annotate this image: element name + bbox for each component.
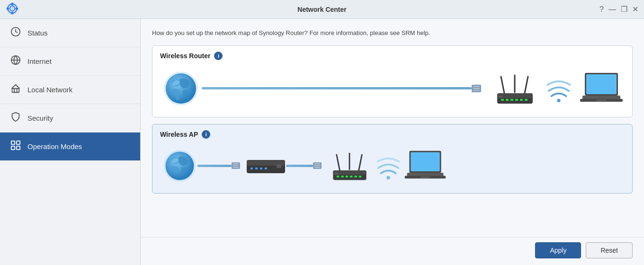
shield-icon bbox=[9, 112, 22, 124]
svg-point-6 bbox=[7, 7, 9, 9]
laptop-device-ap bbox=[404, 149, 446, 183]
svg-rect-54 bbox=[333, 170, 366, 174]
svg-point-41 bbox=[166, 151, 194, 180]
svg-rect-39 bbox=[597, 100, 606, 101]
svg-rect-49 bbox=[277, 165, 281, 168]
home-icon bbox=[9, 83, 22, 96]
router-device bbox=[492, 70, 537, 107]
laptop-device bbox=[580, 71, 623, 106]
svg-rect-15 bbox=[17, 141, 20, 144]
wireless-ap-diagram bbox=[152, 143, 632, 193]
sidebar-item-internet[interactable]: Internet bbox=[0, 47, 140, 76]
svg-rect-30 bbox=[515, 99, 518, 101]
wireless-router-header: Wireless Router i bbox=[152, 46, 632, 65]
svg-line-50 bbox=[337, 155, 340, 170]
svg-line-52 bbox=[359, 155, 362, 170]
sidebar-label-internet: Internet bbox=[27, 57, 52, 65]
sidebar-label-local-network: Local Network bbox=[27, 86, 72, 94]
svg-point-5 bbox=[11, 12, 13, 14]
clock-icon bbox=[9, 26, 22, 39]
apply-button[interactable]: Apply bbox=[535, 242, 581, 258]
svg-rect-59 bbox=[354, 176, 357, 177]
internet-globe-icon bbox=[9, 55, 22, 68]
sidebar-label-status: Status bbox=[27, 29, 48, 37]
svg-rect-32 bbox=[525, 99, 528, 101]
svg-rect-46 bbox=[255, 168, 258, 169]
svg-rect-12 bbox=[12, 88, 19, 92]
main-layout: Status Internet Local Net bbox=[0, 19, 644, 265]
svg-rect-61 bbox=[334, 172, 338, 175]
svg-rect-48 bbox=[265, 168, 267, 169]
globe-internet-ap bbox=[162, 148, 197, 184]
app-icon bbox=[6, 2, 19, 17]
svg-rect-58 bbox=[350, 176, 353, 177]
svg-rect-28 bbox=[506, 99, 509, 101]
minimize-button[interactable]: — bbox=[608, 5, 616, 14]
reset-button[interactable]: Reset bbox=[586, 242, 633, 258]
svg-rect-16 bbox=[11, 146, 15, 150]
globe-internet bbox=[162, 70, 200, 107]
ap-router-device bbox=[327, 148, 372, 184]
svg-point-34 bbox=[557, 98, 560, 102]
content-footer: Apply Reset bbox=[141, 237, 644, 265]
close-button[interactable]: ✕ bbox=[632, 5, 638, 14]
wireless-ap-title: Wireless AP bbox=[160, 131, 198, 138]
help-button[interactable]: ? bbox=[599, 5, 604, 14]
svg-rect-57 bbox=[346, 176, 349, 177]
svg-rect-17 bbox=[17, 146, 20, 150]
sidebar-item-operation-modes[interactable]: Operation Modes bbox=[0, 132, 140, 161]
svg-rect-26 bbox=[497, 93, 533, 98]
sidebar-label-operation-modes: Operation Modes bbox=[27, 142, 82, 150]
svg-rect-14 bbox=[11, 141, 15, 144]
wireless-ap-header: Wireless AP i bbox=[152, 124, 632, 143]
svg-rect-64 bbox=[411, 152, 439, 171]
wireless-router-info-icon[interactable]: i bbox=[214, 52, 223, 60]
svg-point-20 bbox=[166, 73, 196, 104]
svg-rect-33 bbox=[499, 96, 502, 98]
wireless-ap-info-icon[interactable]: i bbox=[202, 130, 210, 139]
maximize-button[interactable]: ❐ bbox=[621, 5, 627, 14]
svg-rect-31 bbox=[520, 99, 523, 101]
svg-rect-60 bbox=[359, 176, 362, 177]
description-text: How do you set up the network map of Syn… bbox=[152, 28, 633, 38]
svg-rect-55 bbox=[337, 176, 340, 177]
window-title: Network Center bbox=[297, 6, 346, 13]
wifi-waves bbox=[547, 74, 571, 103]
svg-point-62 bbox=[386, 176, 390, 179]
title-bar: Network Center ? — ❐ ✕ bbox=[0, 0, 644, 19]
svg-rect-45 bbox=[250, 168, 253, 169]
svg-rect-67 bbox=[420, 177, 429, 178]
window-controls: ? — ❐ ✕ bbox=[599, 5, 638, 14]
sidebar-item-security[interactable]: Security bbox=[0, 104, 140, 132]
svg-point-3 bbox=[11, 2, 13, 5]
wireless-router-card[interactable]: Wireless Router i bbox=[152, 45, 633, 117]
content-inner: How do you set up the network map of Syn… bbox=[141, 19, 644, 237]
svg-rect-29 bbox=[510, 99, 513, 101]
svg-line-22 bbox=[501, 77, 504, 93]
sidebar-item-status[interactable]: Status bbox=[0, 19, 140, 47]
wireless-router-title: Wireless Router bbox=[160, 52, 210, 60]
svg-point-4 bbox=[16, 7, 18, 9]
svg-rect-47 bbox=[260, 168, 262, 169]
switch-device bbox=[246, 155, 286, 177]
sidebar-item-local-network[interactable]: Local Network bbox=[0, 76, 140, 104]
svg-rect-27 bbox=[501, 99, 504, 101]
grid-icon bbox=[9, 140, 22, 153]
sidebar: Status Internet Local Net bbox=[0, 19, 141, 265]
content-area: How do you set up the network map of Syn… bbox=[141, 19, 644, 265]
sidebar-label-security: Security bbox=[27, 114, 53, 122]
wifi-waves-ap bbox=[377, 151, 400, 180]
svg-rect-56 bbox=[341, 176, 344, 177]
svg-line-24 bbox=[525, 77, 528, 93]
wireless-ap-card[interactable]: Wireless AP i bbox=[152, 124, 633, 194]
wireless-router-diagram bbox=[152, 65, 632, 117]
svg-rect-36 bbox=[586, 74, 617, 94]
